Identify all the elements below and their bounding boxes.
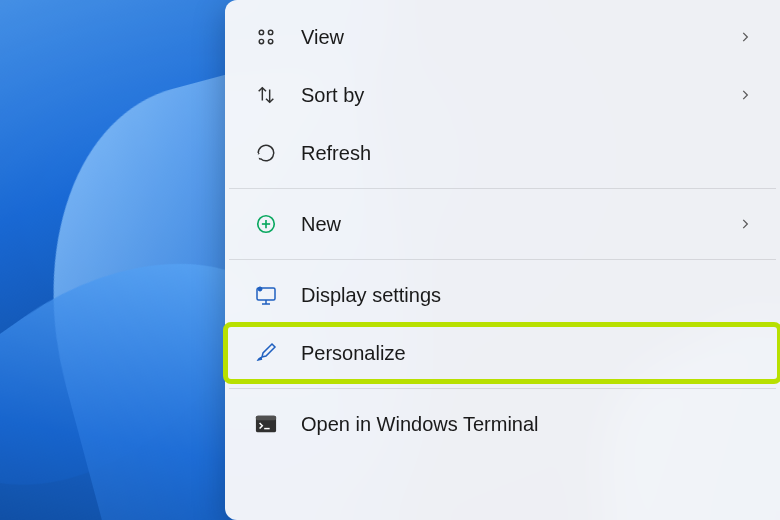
plus-circle-icon <box>253 211 279 237</box>
menu-item-display-settings[interactable]: Display settings <box>225 266 780 324</box>
menu-label: New <box>301 213 738 236</box>
terminal-icon <box>253 411 279 437</box>
grid-icon <box>253 24 279 50</box>
menu-item-personalize[interactable]: Personalize <box>225 324 780 382</box>
desktop-context-menu: View Sort by Refresh <box>225 0 780 520</box>
menu-item-view[interactable]: View <box>225 8 780 66</box>
svg-point-3 <box>268 39 272 43</box>
menu-divider <box>229 188 776 189</box>
menu-item-sort[interactable]: Sort by <box>225 66 780 124</box>
svg-rect-13 <box>256 416 276 421</box>
menu-label: Open in Windows Terminal <box>301 413 752 436</box>
svg-point-0 <box>259 30 263 34</box>
sort-icon <box>253 82 279 108</box>
menu-label: Refresh <box>301 142 752 165</box>
paintbrush-icon <box>253 340 279 366</box>
svg-point-1 <box>268 30 272 34</box>
menu-item-refresh[interactable]: Refresh <box>225 124 780 182</box>
chevron-right-icon <box>738 88 752 102</box>
chevron-right-icon <box>738 217 752 231</box>
menu-item-new[interactable]: New <box>225 195 780 253</box>
menu-divider <box>229 259 776 260</box>
menu-label: Display settings <box>301 284 752 307</box>
menu-item-terminal[interactable]: Open in Windows Terminal <box>225 395 780 453</box>
menu-label: View <box>301 26 738 49</box>
menu-label: Personalize <box>301 342 752 365</box>
svg-point-2 <box>259 39 263 43</box>
menu-label: Sort by <box>301 84 738 107</box>
chevron-right-icon <box>738 30 752 44</box>
refresh-icon <box>253 140 279 166</box>
menu-divider <box>229 388 776 389</box>
monitor-gear-icon <box>253 282 279 308</box>
